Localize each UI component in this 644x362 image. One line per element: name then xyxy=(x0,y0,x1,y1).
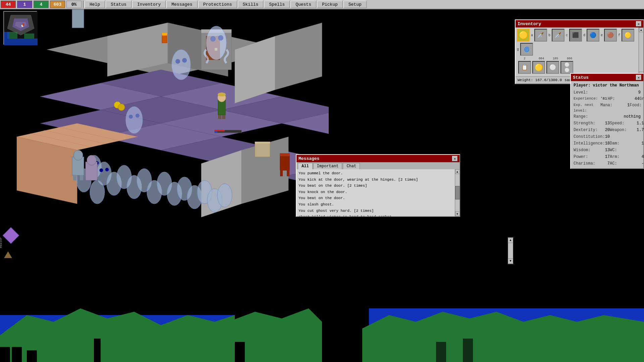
game-scene xyxy=(0,9,329,264)
svg-marker-116 xyxy=(362,312,644,362)
help-button[interactable]: Help xyxy=(85,1,105,8)
inv-item-h[interactable]: 📋 xyxy=(518,61,531,74)
con-row: Constitution: 10 xyxy=(574,133,610,140)
inventory-button[interactable]: Inventory xyxy=(132,1,166,8)
inventory-weight: Weight: 167.6/1300.0 xyxy=(518,78,562,82)
level-value: 9 xyxy=(638,89,641,96)
inventory-numbers-row: 2 084 185 606 xyxy=(518,57,637,60)
messages-button[interactable]: Messages xyxy=(166,1,197,8)
inv-item-e[interactable]: 🟤 xyxy=(604,29,617,42)
inv-item-c[interactable]: ⬛ xyxy=(569,29,582,42)
pickup-button[interactable]: Pickup xyxy=(317,1,343,8)
pow-row: Power: 17 xyxy=(574,154,610,160)
inventory-scrollbar[interactable]: ▲ ▼ xyxy=(639,27,643,76)
inv-item-d[interactable]: 🔵 xyxy=(587,29,599,42)
mana-badge: 1 xyxy=(17,1,32,8)
messages-close-button[interactable]: ✕ xyxy=(452,156,458,161)
messages-list[interactable]: You pummel the door. You kick at the doo… xyxy=(297,169,460,216)
right-scroll-controls: ▲ ▼ xyxy=(508,237,513,264)
svg-rect-35 xyxy=(255,142,270,143)
con-pad xyxy=(610,133,644,140)
svg-rect-110 xyxy=(27,350,37,362)
inv-num-4: 606 xyxy=(563,57,576,60)
msg-scroll-down[interactable]: ▼ xyxy=(455,212,460,216)
status-button[interactable]: Status xyxy=(106,1,131,8)
svg-rect-101 xyxy=(22,23,24,26)
wis-row: Wisdom: 13 xyxy=(574,147,610,154)
exp-label: Experience: xyxy=(574,96,600,102)
svg-rect-39 xyxy=(287,170,289,176)
game-area[interactable]: Inventory ✕ 🟡 a 🗡️ b 🗡️ c ⬛ d 🔵 e 🟤 xyxy=(0,9,644,362)
level-label: Level: xyxy=(574,89,600,96)
minimap[interactable] xyxy=(3,11,37,45)
speed-row: Speed: 1.10 xyxy=(610,120,644,127)
svg-point-40 xyxy=(206,26,226,60)
inv-scroll-up[interactable]: ▲ xyxy=(639,27,644,32)
status-titlebar: Status ✕ xyxy=(571,74,643,81)
msg-scroll-up[interactable]: ▲ xyxy=(455,169,460,174)
svg-rect-113 xyxy=(322,335,330,362)
skills-button[interactable]: Skills xyxy=(238,1,264,8)
spells-button[interactable]: Spells xyxy=(264,1,290,8)
hp-pair: HP: 44 Grace: 4 xyxy=(608,96,644,102)
tab-all[interactable]: All xyxy=(298,163,313,169)
inv-item-j[interactable]: ⚪ xyxy=(546,61,559,74)
msg-1: You kick at the door, wearing at the hin… xyxy=(299,177,458,183)
svg-rect-52 xyxy=(218,115,221,119)
svg-point-43 xyxy=(172,50,191,80)
dam-row: Dam: 17 xyxy=(610,140,644,147)
wis-value: 13 xyxy=(605,147,610,153)
hp-stat-label: HP: xyxy=(608,96,635,102)
scroll-up-button[interactable]: ▲ xyxy=(508,238,513,243)
svg-rect-83 xyxy=(73,175,76,180)
inv-item-0[interactable]: 🟡 xyxy=(517,29,530,42)
triangle-shape xyxy=(4,251,12,258)
svg-rect-87 xyxy=(162,35,167,43)
speed-value: 1.10 xyxy=(637,120,644,126)
inventory-close-button[interactable]: ✕ xyxy=(636,21,641,26)
hp-stat-value: 44 xyxy=(635,96,639,102)
dex-value: 20 xyxy=(605,127,610,133)
svg-point-64 xyxy=(90,180,105,204)
msg-4: You beat on the door. xyxy=(299,195,458,201)
inv-item-f[interactable]: 🟡 xyxy=(622,29,634,42)
wc-label: WC: xyxy=(610,147,637,153)
scroll-down-button[interactable]: ▼ xyxy=(508,258,513,264)
con-value: 10 xyxy=(605,134,610,140)
setup-button[interactable]: Setup xyxy=(343,1,367,8)
str-row: Strength: 13 xyxy=(574,120,610,127)
wis-label: Wisdom: xyxy=(574,147,600,153)
messages-window: Messages ✕ All Important Chat You pummel… xyxy=(296,154,460,217)
messages-scrollbar[interactable]: ▲ ▼ xyxy=(455,169,460,216)
svg-rect-37 xyxy=(280,154,289,156)
protections-button[interactable]: Protections xyxy=(198,1,237,8)
svg-rect-84 xyxy=(80,175,83,180)
cha-label: Charisma: xyxy=(574,161,600,167)
svg-rect-53 xyxy=(222,115,225,119)
tab-chat[interactable]: Chat xyxy=(343,163,360,169)
weapon-label: Weapon: xyxy=(610,127,637,133)
svg-point-44 xyxy=(175,59,180,64)
int-label: Intelligence: xyxy=(574,140,605,146)
cha-value: 7 xyxy=(607,161,610,167)
pow-value: 17 xyxy=(605,154,610,160)
range-row: Range: nothing xyxy=(574,114,641,120)
inv-item-g[interactable]: 🌀 xyxy=(520,43,533,56)
tab-important[interactable]: Important xyxy=(313,163,342,169)
inv-item-a[interactable]: 🗡️ xyxy=(534,29,547,42)
status-window: Status ✕ Player: victor the Northman Lev… xyxy=(570,73,644,169)
dex-label: Dexterity: xyxy=(574,127,600,133)
inv-item-k[interactable]: ⚪⚪ xyxy=(560,61,573,74)
status-close-button[interactable]: ✕ xyxy=(636,75,641,80)
msg-2: You beat on the door. [2 times] xyxy=(299,183,458,189)
svg-rect-108 xyxy=(0,347,10,362)
svg-rect-49 xyxy=(218,100,225,115)
dex-row: Dexterity: 20 xyxy=(574,127,610,133)
svg-point-41 xyxy=(210,36,216,42)
msg-scroll-thumb[interactable] xyxy=(455,186,460,199)
svg-rect-100 xyxy=(4,32,9,39)
quests-button[interactable]: Quests xyxy=(290,1,316,8)
inv-item-b[interactable]: 🗡️ xyxy=(552,29,565,42)
inv-item-i[interactable]: 🟡 xyxy=(532,61,545,74)
svg-point-48 xyxy=(136,114,140,118)
